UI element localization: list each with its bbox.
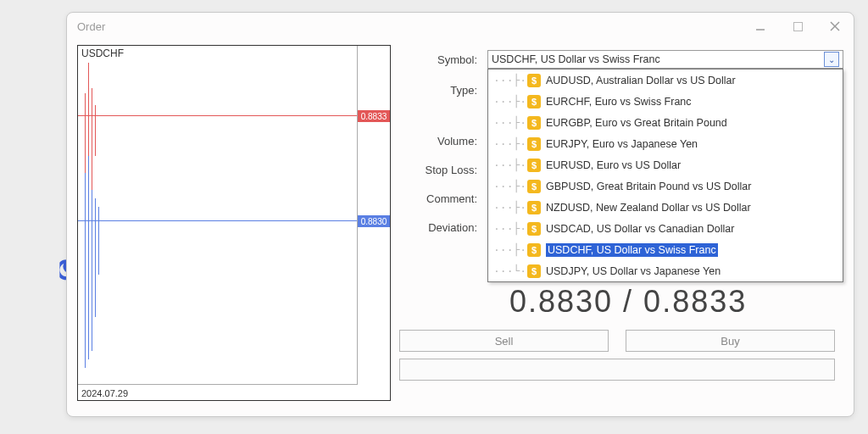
maximize-icon <box>793 22 803 31</box>
symbol-option[interactable]: ···├·$EURGBP, Euro vs Great Britain Poun… <box>488 112 843 133</box>
tree-connector-icon: ···├· <box>493 116 524 129</box>
chart-canvas <box>78 46 358 385</box>
tree-connector-icon: ···├· <box>493 159 524 171</box>
currency-icon: $ <box>527 95 541 108</box>
symbol-option-label: USDCAD, US Dollar vs Canadian Dollar <box>546 223 734 235</box>
symbol-option-label: EURJPY, Euro vs Japanese Yen <box>546 138 698 150</box>
currency-icon: $ <box>527 264 541 278</box>
window-content: USDCHF 0.8833 0.8830 2024.07.29 <box>67 40 854 416</box>
candle <box>98 207 99 275</box>
symbol-option[interactable]: ···├·$USDCAD, US Dollar vs Canadian Doll… <box>488 218 843 239</box>
candle <box>95 198 96 317</box>
tree-connector-icon: ···├· <box>493 137 524 150</box>
window-controls <box>752 18 843 35</box>
tree-connector-icon: ···├· <box>493 74 524 86</box>
stop-loss-label: Stop Loss: <box>399 164 484 176</box>
currency-icon: $ <box>527 137 541 151</box>
symbol-option[interactable]: ···├·$USDCHF, US Dollar vs Swiss Franc <box>488 239 843 260</box>
symbol-option-label: NZDUSD, New Zealand Dollar vs US Dollar <box>546 202 751 214</box>
currency-icon: $ <box>527 222 541 236</box>
minimize-button[interactable] <box>752 18 769 35</box>
order-form: Symbol: Type: Volume: Stop Loss: Comment… <box>399 45 843 408</box>
currency-icon: $ <box>527 201 541 214</box>
bid-line <box>78 220 357 221</box>
symbol-option[interactable]: ···└·$USDJPY, US Dollar vs Japanese Yen <box>488 260 843 281</box>
currency-icon: $ <box>527 159 541 172</box>
minimize-icon <box>755 21 765 31</box>
chart-x-axis-label: 2024.07.29 <box>81 388 128 398</box>
type-label: Type: <box>399 84 484 97</box>
status-bar <box>399 359 835 381</box>
deviation-label: Deviation: <box>399 221 484 234</box>
candle <box>92 88 92 190</box>
symbol-option-label: AUDUSD, Australian Dollar vs US Dollar <box>546 75 736 86</box>
symbol-option[interactable]: ···├·$GBPUSD, Great Britain Pound vs US … <box>488 175 843 197</box>
ask-line <box>78 115 357 116</box>
bid-price-tag: 0.8830 <box>358 215 390 227</box>
symbol-option[interactable]: ···├·$AUDUSD, Australian Dollar vs US Do… <box>488 70 843 91</box>
close-button[interactable] <box>826 18 843 35</box>
currency-icon: $ <box>527 116 541 130</box>
tree-connector-icon: ···└· <box>493 264 524 277</box>
symbol-label: Symbol: <box>399 53 484 66</box>
action-row: Sell Buy <box>399 330 835 352</box>
tree-connector-icon: ···├· <box>493 201 524 214</box>
currency-icon: $ <box>527 243 541 257</box>
chevron-down-icon: ⌄ <box>828 55 835 64</box>
close-icon <box>829 20 841 32</box>
candle <box>85 173 86 368</box>
symbol-option[interactable]: ···├·$EURUSD, Euro vs US Dollar <box>488 154 843 175</box>
price-chart: USDCHF 0.8833 0.8830 2024.07.29 <box>77 45 391 401</box>
symbol-option-label: EURCHF, Euro vs Swiss Franc <box>546 96 692 108</box>
currency-icon: $ <box>527 180 541 193</box>
symbol-selected-text: USDCHF, US Dollar vs Swiss Franc <box>492 53 824 65</box>
symbol-dropdown-button[interactable]: ⌄ <box>824 52 839 67</box>
symbol-option[interactable]: ···├·$EURCHF, Euro vs Swiss Franc <box>488 91 843 112</box>
price-quote: 0.8830 / 0.8833 <box>509 284 747 320</box>
tree-connector-icon: ···├· <box>493 95 524 108</box>
comment-label: Comment: <box>399 192 484 205</box>
candle <box>88 156 89 359</box>
order-window: Order USDCHF <box>66 12 854 417</box>
candle <box>95 105 96 156</box>
symbol-option[interactable]: ···├·$NZDUSD, New Zealand Dollar vs US D… <box>488 197 843 218</box>
currency-icon: $ <box>527 74 541 87</box>
volume-label: Volume: <box>399 135 484 147</box>
symbol-option-label: USDCHF, US Dollar vs Swiss Franc <box>546 243 718 257</box>
symbol-option-label: EURGBP, Euro vs Great Britain Pound <box>546 117 727 129</box>
tree-connector-icon: ···├· <box>493 243 524 256</box>
titlebar: Order <box>67 13 854 40</box>
sell-button[interactable]: Sell <box>399 330 609 352</box>
ask-price-tag: 0.8833 <box>358 110 390 122</box>
symbol-dropdown-list[interactable]: ···├·$AUDUSD, Australian Dollar vs US Do… <box>487 69 843 282</box>
buy-button[interactable]: Buy <box>626 330 835 352</box>
maximize-button[interactable] <box>789 18 806 35</box>
candle <box>92 190 92 351</box>
window-title: Order <box>77 20 105 33</box>
tree-connector-icon: ···├· <box>493 222 524 235</box>
symbol-option-label: GBPUSD, Great Britain Pound vs US Dollar <box>546 181 751 192</box>
symbol-option-label: EURUSD, Euro vs US Dollar <box>546 159 681 171</box>
tree-connector-icon: ···├· <box>493 180 524 192</box>
symbol-option-label: USDJPY, US Dollar vs Japanese Yen <box>546 265 721 277</box>
symbol-option[interactable]: ···├·$EURJPY, Euro vs Japanese Yen <box>488 133 843 154</box>
symbol-combobox[interactable]: USDCHF, US Dollar vs Swiss Franc ⌄ <box>487 50 843 69</box>
